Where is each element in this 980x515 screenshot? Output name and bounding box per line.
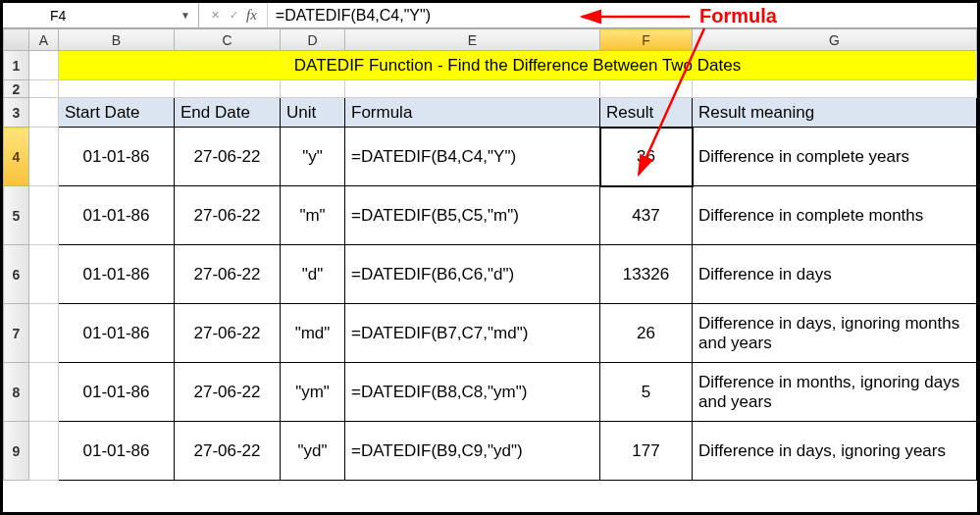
cell-F2[interactable] bbox=[600, 80, 693, 98]
row-5: 5 01-01-86 27-06-22 "m" =DATEDIF(B5,C5,"… bbox=[4, 186, 977, 245]
row-header-3[interactable]: 3 bbox=[4, 98, 29, 128]
cell-F5[interactable]: 437 bbox=[600, 186, 693, 245]
row-header-8[interactable]: 8 bbox=[4, 363, 29, 422]
cell-A1[interactable] bbox=[29, 51, 59, 80]
row-9: 9 01-01-86 27-06-22 "yd" =DATEDIF(B9,C9,… bbox=[4, 422, 977, 481]
cell-E7[interactable]: =DATEDIF(B7,C7,"md") bbox=[345, 304, 600, 363]
cell-B4[interactable]: 01-01-86 bbox=[59, 128, 175, 186]
title-cell[interactable]: DATEDIF Function - Find the Difference B… bbox=[59, 51, 977, 80]
row-7: 7 01-01-86 27-06-22 "md" =DATEDIF(B7,C7,… bbox=[4, 304, 977, 363]
header-unit[interactable]: Unit bbox=[281, 98, 345, 128]
cell-A2[interactable] bbox=[29, 80, 59, 98]
fx-buttons: ✕ ✓ fx bbox=[199, 3, 268, 27]
cell-E6[interactable]: =DATEDIF(B6,C6,"d") bbox=[345, 245, 600, 304]
name-box-value: F4 bbox=[11, 8, 175, 24]
fx-icon[interactable]: fx bbox=[246, 7, 257, 24]
cell-G7[interactable]: Difference in days, ignoring months and … bbox=[693, 304, 977, 363]
col-header-G[interactable]: G bbox=[693, 29, 977, 51]
row-header-2[interactable]: 2 bbox=[4, 80, 29, 98]
cell-A8[interactable] bbox=[29, 363, 59, 422]
row-3: 3 Start Date End Date Unit Formula Resul… bbox=[4, 98, 977, 128]
enter-icon[interactable]: ✓ bbox=[228, 9, 240, 22]
col-header-D[interactable]: D bbox=[281, 29, 345, 51]
cell-F9[interactable]: 177 bbox=[600, 422, 693, 481]
header-formula[interactable]: Formula bbox=[345, 98, 600, 128]
cell-C9[interactable]: 27-06-22 bbox=[175, 422, 281, 481]
cell-E4[interactable]: =DATEDIF(B4,C4,"Y") bbox=[345, 128, 600, 186]
cell-A4[interactable] bbox=[29, 128, 59, 186]
row-header-5[interactable]: 5 bbox=[4, 186, 29, 245]
cell-F4[interactable]: 36 bbox=[600, 128, 693, 186]
cell-D8[interactable]: "ym" bbox=[281, 363, 345, 422]
cell-D2[interactable] bbox=[281, 80, 345, 98]
grid: A B C D E F G 1 DATEDIF Function - Find … bbox=[3, 28, 977, 481]
cell-F8[interactable]: 5 bbox=[600, 363, 693, 422]
cell-C6[interactable]: 27-06-22 bbox=[175, 245, 281, 304]
row-header-4[interactable]: 4 bbox=[4, 128, 29, 186]
cell-C8[interactable]: 27-06-22 bbox=[175, 363, 281, 422]
header-end-date[interactable]: End Date bbox=[175, 98, 281, 128]
cell-D6[interactable]: "d" bbox=[281, 245, 345, 304]
header-start-date[interactable]: Start Date bbox=[59, 98, 175, 128]
cell-B6[interactable]: 01-01-86 bbox=[59, 245, 175, 304]
row-2: 2 bbox=[4, 80, 977, 98]
cell-B2[interactable] bbox=[59, 80, 175, 98]
cell-G8[interactable]: Difference in months, ignoring days and … bbox=[693, 363, 977, 422]
row-6: 6 01-01-86 27-06-22 "d" =DATEDIF(B6,C6,"… bbox=[4, 245, 977, 304]
column-headers: A B C D E F G bbox=[4, 29, 977, 51]
cell-E5[interactable]: =DATEDIF(B5,C5,"m") bbox=[345, 186, 600, 245]
formula-bar-input[interactable]: =DATEDIF(B4,C4,"Y") bbox=[268, 3, 977, 27]
col-header-C[interactable]: C bbox=[175, 29, 281, 51]
col-header-B[interactable]: B bbox=[59, 29, 175, 51]
cell-D9[interactable]: "yd" bbox=[281, 422, 345, 481]
cell-A5[interactable] bbox=[29, 186, 59, 245]
header-result[interactable]: Result bbox=[600, 98, 693, 128]
col-header-F[interactable]: F bbox=[600, 29, 693, 51]
worksheet[interactable]: A B C D E F G 1 DATEDIF Function - Find … bbox=[3, 28, 977, 481]
cancel-icon[interactable]: ✕ bbox=[209, 9, 222, 22]
cell-G6[interactable]: Difference in days bbox=[693, 245, 977, 304]
cell-F6[interactable]: 13326 bbox=[600, 245, 693, 304]
annotation-label: Formula bbox=[699, 5, 777, 27]
formula-bar-text: =DATEDIF(B4,C4,"Y") bbox=[276, 7, 431, 25]
cell-A7[interactable] bbox=[29, 304, 59, 363]
cell-G9[interactable]: Difference in days, ignoring years bbox=[693, 422, 977, 481]
row-header-7[interactable]: 7 bbox=[4, 304, 29, 363]
cell-A6[interactable] bbox=[29, 245, 59, 304]
col-header-E[interactable]: E bbox=[345, 29, 600, 51]
cell-A9[interactable] bbox=[29, 422, 59, 481]
cell-E9[interactable]: =DATEDIF(B9,C9,"yd") bbox=[345, 422, 600, 481]
cell-B5[interactable]: 01-01-86 bbox=[59, 186, 175, 245]
cell-B8[interactable]: 01-01-86 bbox=[59, 363, 175, 422]
formula-bar-row: F4 ▼ ✕ ✓ fx =DATEDIF(B4,C4,"Y") bbox=[3, 3, 977, 28]
select-all-corner[interactable] bbox=[4, 29, 29, 51]
row-4: 4 01-01-86 27-06-22 "y" =DATEDIF(B4,C4,"… bbox=[4, 128, 977, 186]
name-box[interactable]: F4 ▼ bbox=[3, 3, 199, 27]
cell-G5[interactable]: Difference in complete months bbox=[693, 186, 977, 245]
cell-E2[interactable] bbox=[345, 80, 600, 98]
cell-B7[interactable]: 01-01-86 bbox=[59, 304, 175, 363]
row-8: 8 01-01-86 27-06-22 "ym" =DATEDIF(B8,C8,… bbox=[4, 363, 977, 422]
cell-C4[interactable]: 27-06-22 bbox=[175, 128, 281, 186]
cell-C5[interactable]: 27-06-22 bbox=[175, 186, 281, 245]
cell-D4[interactable]: "y" bbox=[281, 128, 345, 186]
cell-A3[interactable] bbox=[29, 98, 59, 128]
cell-C2[interactable] bbox=[175, 80, 281, 98]
cell-E8[interactable]: =DATEDIF(B8,C8,"ym") bbox=[345, 363, 600, 422]
cell-C7[interactable]: 27-06-22 bbox=[175, 304, 281, 363]
header-meaning[interactable]: Result meaning bbox=[693, 98, 977, 128]
row-header-9[interactable]: 9 bbox=[4, 422, 29, 481]
cell-F7[interactable]: 26 bbox=[600, 304, 693, 363]
row-1: 1 DATEDIF Function - Find the Difference… bbox=[4, 51, 977, 80]
col-header-A[interactable]: A bbox=[29, 29, 59, 51]
cell-D5[interactable]: "m" bbox=[281, 186, 345, 245]
row-header-1[interactable]: 1 bbox=[4, 51, 29, 80]
cell-G4[interactable]: Difference in complete years bbox=[693, 128, 977, 186]
cell-D7[interactable]: "md" bbox=[281, 304, 345, 363]
chevron-down-icon[interactable]: ▼ bbox=[175, 10, 196, 21]
cell-B9[interactable]: 01-01-86 bbox=[59, 422, 175, 481]
row-header-6[interactable]: 6 bbox=[4, 245, 29, 304]
cell-G2[interactable] bbox=[693, 80, 977, 98]
